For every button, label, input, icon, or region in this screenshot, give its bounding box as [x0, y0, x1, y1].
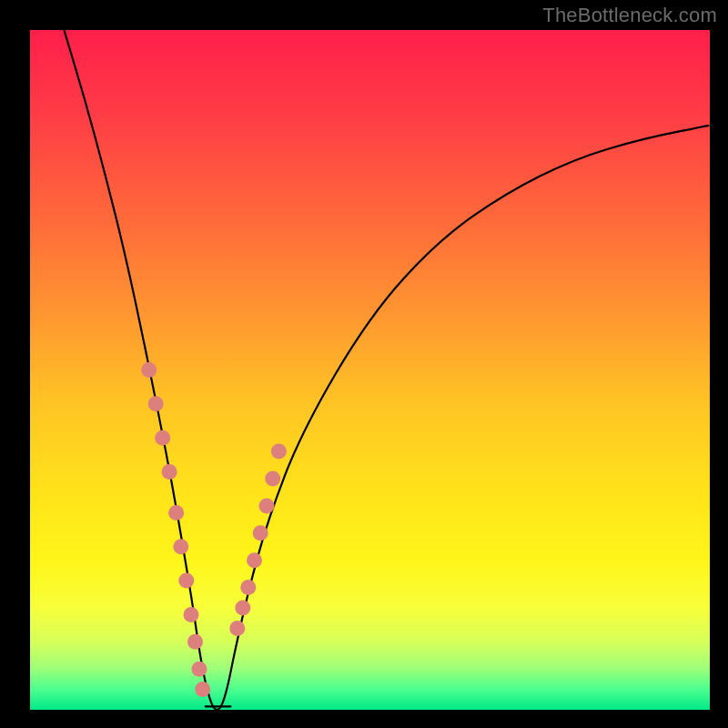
chart-frame: TheBottleneck.com: [0, 0, 728, 728]
background-gradient: [30, 30, 710, 710]
plot-area: [30, 30, 710, 710]
watermark: TheBottleneck.com: [542, 4, 717, 27]
